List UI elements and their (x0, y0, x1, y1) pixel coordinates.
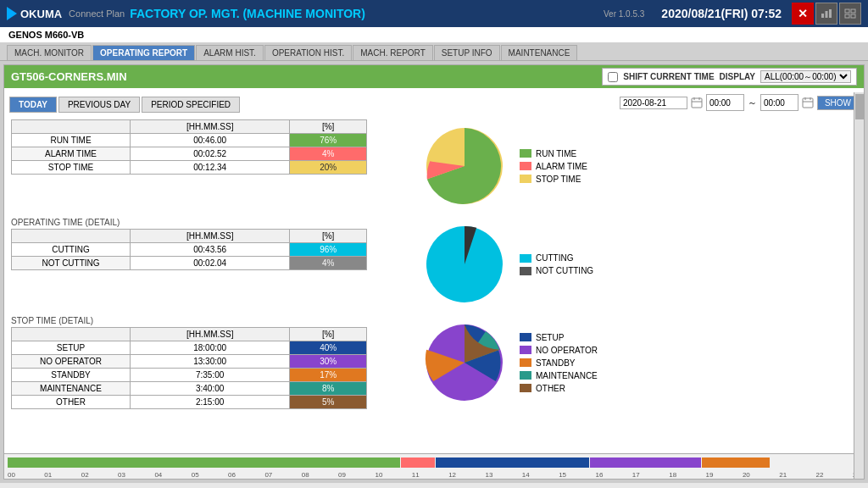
time-to-input[interactable] (760, 94, 798, 111)
row-time: 18:00:00 (131, 341, 290, 355)
section2-row: OPERATING TIME (DETAIL) [HH.MM.SS] [%] C (11, 218, 857, 311)
legend-2: CUTTING NOT CUTTING (520, 253, 593, 275)
legend-color-icon (520, 162, 531, 170)
time-range-separator: ～ (748, 97, 757, 109)
row-pct: 76% (290, 134, 367, 147)
sub-tab-period-specified[interactable]: PERIOD SPECIFIED (142, 97, 240, 113)
calendar-icon (691, 97, 703, 108)
row-label: OTHER (12, 396, 131, 409)
grid-button[interactable] (839, 3, 861, 25)
row-label: MAINTENANCE (12, 382, 131, 396)
timeline-labels: 0001020304050607080910111213141516171819… (4, 471, 864, 479)
timeline-alarm-bar (401, 458, 435, 468)
col-label-header (12, 328, 131, 341)
nav-tabs: MACH. MONITOR OPERATING REPORT ALARM HIS… (0, 42, 868, 61)
date-controls: ～ SHOW (620, 94, 859, 111)
time-from-input[interactable] (706, 94, 744, 111)
legend-label: MAINTENANCE (536, 371, 598, 380)
legend-item: ALARM TIME (520, 162, 587, 171)
content-title-bar: GT506-CORNERS.MIN SHIFT CURRENT TIME DIS… (4, 65, 864, 88)
table-row: CUTTING 00:43.56 96% (12, 243, 367, 257)
section3-title: STOP TIME (DETAIL) (11, 316, 367, 325)
tab-operation-hist[interactable]: OPERATION HIST. (264, 45, 352, 60)
row-pct: 96% (290, 243, 367, 257)
svg-rect-1 (826, 11, 828, 18)
legend-color-icon (520, 358, 531, 367)
table-row: NO OPERATOR 13:30:00 30% (12, 355, 367, 369)
chart-button[interactable] (815, 3, 837, 25)
display-select[interactable]: ALL(00:00～00:00) (760, 70, 851, 83)
legend-item: STANDBY (520, 358, 598, 368)
tab-mach-monitor[interactable]: MACH. MONITOR (7, 45, 92, 60)
col-pct-header: [%] (290, 120, 367, 134)
tab-setup-info[interactable]: SETUP INFO (434, 45, 500, 60)
scrollbar[interactable] (854, 92, 864, 479)
logo-triangle-icon (7, 7, 17, 20)
tab-mach-report[interactable]: MACH. REPORT (353, 45, 433, 60)
legend-label: STANDBY (536, 358, 576, 368)
section3-table: [HH.MM.SS] [%] SETUP 18:00:00 40% (11, 327, 367, 409)
row-label: ALARM TIME (12, 147, 131, 161)
show-button[interactable]: SHOW (817, 96, 859, 110)
table-row: MAINTENANCE 3:40:00 8% (12, 382, 367, 396)
row-pct: 4% (290, 257, 367, 270)
section1-table: [HH.MM.SS] [%] RUN TIME 00:46.00 76% ALA… (11, 119, 367, 175)
legend-label: STOP TIME (536, 175, 581, 184)
calendar2-icon (802, 97, 814, 108)
shift-current-time-label: SHIFT CURRENT TIME (623, 72, 714, 81)
shift-current-time-checkbox[interactable] (608, 72, 618, 82)
legend-item: CUTTING (520, 253, 593, 263)
scrollbar-thumb[interactable] (855, 94, 864, 119)
row-pct: 8% (290, 382, 367, 396)
col-label-header (12, 120, 131, 134)
table-row: NOT CUTTING 00:02.04 4% (12, 257, 367, 270)
display-label: DISPLAY (720, 72, 755, 81)
table-row: OTHER 2:15:00 5% (12, 396, 367, 409)
timeline-nooper-bar (590, 458, 701, 468)
app-logo: OKUMA (7, 7, 62, 20)
row-pct: 5% (290, 396, 367, 409)
legend-item: OTHER (520, 384, 598, 393)
legend-item: NO OPERATOR (520, 346, 598, 355)
legend-label: NOT CUTTING (536, 266, 593, 275)
datetime-display: 2020/08/21(FRI) 07:52 (661, 7, 782, 20)
col-time-header: [HH.MM.SS] (131, 120, 290, 134)
table-row: STOP TIME 00:12.34 20% (12, 161, 367, 175)
svg-rect-7 (692, 98, 702, 108)
timeline-run-bar (8, 458, 400, 468)
sub-tab-previous-day[interactable]: PREVIOUS DAY (58, 97, 140, 113)
sub-tabs: TODAY PREVIOUS DAY PERIOD SPECIFIED (9, 97, 242, 113)
svg-rect-4 (851, 9, 855, 13)
row-label: SETUP (12, 341, 131, 355)
row-label: CUTTING (12, 243, 131, 257)
col-time-header: [HH.MM.SS] (131, 328, 290, 341)
table-row: RUN TIME 00:46.00 76% (12, 134, 367, 147)
legend-color-icon (520, 384, 531, 392)
machine-name: GENOS M660-VB (0, 27, 868, 42)
timeline-setup-bar (436, 458, 589, 468)
col-pct-header: [%] (290, 230, 367, 243)
row-pct: 40% (290, 341, 367, 355)
svg-rect-2 (829, 9, 832, 18)
row-time: 7:35:00 (131, 369, 290, 382)
legend-color-icon (520, 346, 531, 354)
logo-text: OKUMA (20, 8, 62, 20)
legend-item: NOT CUTTING (520, 266, 593, 275)
row-label: NO OPERATOR (12, 355, 131, 369)
legend-color-icon (520, 254, 531, 263)
tab-maintenance[interactable]: MAINTENANCE (501, 45, 578, 60)
row-time: 00:43.56 (131, 243, 290, 257)
tab-operating-report[interactable]: OPERATING REPORT (92, 45, 195, 60)
sub-tab-today[interactable]: TODAY (9, 97, 57, 113)
legend-color-icon (520, 333, 531, 341)
date-input[interactable] (620, 97, 687, 109)
timeline-bars (4, 454, 864, 471)
legend-item: SETUP (520, 333, 598, 342)
legend-1: RUN TIME ALARM TIME STOP TIME (520, 149, 587, 184)
legend-color-icon (520, 267, 531, 275)
section3-row: STOP TIME (DETAIL) [HH.MM.SS] [%] SETUP (11, 316, 857, 409)
row-label: RUN TIME (12, 134, 131, 147)
close-button[interactable]: ✕ (792, 3, 814, 25)
timeline: 0001020304050607080910111213141516171819… (4, 453, 864, 479)
tab-alarm-hist[interactable]: ALARM HIST. (196, 45, 264, 60)
